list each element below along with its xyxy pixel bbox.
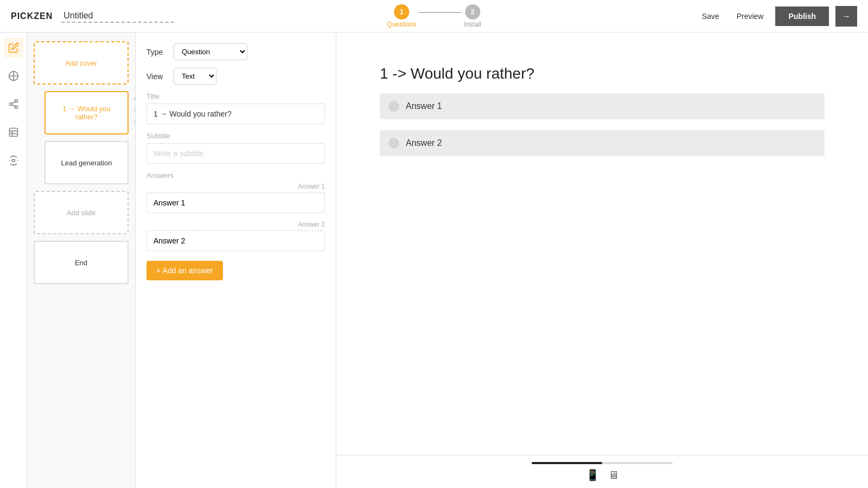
step-connector bbox=[418, 12, 462, 13]
slides-panel: Add cover 1 1 → Would you rather? ⚙ ✕ ⧉ … bbox=[27, 33, 136, 488]
slide-cover: Add cover bbox=[34, 41, 129, 85]
preview-answer-2[interactable]: Answer 2 bbox=[380, 130, 825, 156]
type-label: Type bbox=[146, 48, 168, 56]
logo: PICKZEN bbox=[11, 11, 53, 21]
preview-footer: 📱 🖥 bbox=[336, 455, 868, 488]
answers-label: Answers bbox=[146, 171, 325, 179]
header: PICKZEN 1 Questions 2 Install Save Previ… bbox=[0, 0, 868, 33]
title-field[interactable] bbox=[146, 104, 325, 124]
share-icon-button[interactable] bbox=[4, 94, 23, 114]
export-button[interactable]: → bbox=[835, 6, 857, 27]
title-input[interactable] bbox=[61, 10, 174, 23]
progress-bar-track bbox=[532, 462, 673, 464]
svg-point-9 bbox=[12, 159, 15, 162]
editor-panel: Type Question Lead generation End View T… bbox=[136, 33, 336, 488]
theme-icon-button[interactable] bbox=[4, 66, 23, 86]
slide-delete-button[interactable]: ✕ bbox=[131, 105, 136, 116]
answer-2-label: Answer 2 bbox=[146, 221, 325, 228]
add-cover-card[interactable]: Add cover bbox=[34, 41, 129, 85]
mobile-icon[interactable]: 📱 bbox=[586, 468, 599, 481]
end-slide-card[interactable]: End bbox=[34, 241, 129, 284]
desktop-icon[interactable]: 🖥 bbox=[608, 469, 619, 481]
preview-question-title: 1 -> Would you rather? bbox=[380, 65, 825, 82]
answer-2-wrapper: Answer 2 bbox=[146, 221, 325, 259]
icon-bar bbox=[0, 33, 27, 488]
add-slide-item: Add slide bbox=[34, 191, 129, 234]
radio-circle-1 bbox=[388, 101, 399, 112]
device-icons: 📱 🖥 bbox=[586, 468, 619, 481]
preview-button[interactable]: Preview bbox=[731, 9, 769, 24]
svg-line-3 bbox=[12, 105, 15, 106]
svg-point-2 bbox=[15, 106, 17, 108]
answer-2-input[interactable] bbox=[146, 230, 325, 251]
answers-section: Answers Answer 1 Answer 2 + Add an answe… bbox=[146, 171, 325, 280]
add-answer-button[interactable]: + Add an answer bbox=[146, 261, 223, 280]
slide-1-item: 1 1 → Would you rather? ⚙ ✕ ⧉ bbox=[34, 91, 129, 134]
answer-1-label: Answer 1 bbox=[146, 183, 325, 190]
answer-1-wrapper: Answer 1 bbox=[146, 183, 325, 221]
preview-panel: 1 -> Would you rather? Answer 1 Answer 2… bbox=[336, 33, 868, 488]
settings-icon-button[interactable] bbox=[4, 151, 23, 170]
slide-2-number: 2 bbox=[27, 159, 28, 166]
slide-2-card[interactable]: Lead generation bbox=[44, 141, 129, 184]
edit-icon-button[interactable] bbox=[4, 38, 23, 57]
slide-1-actions: ⚙ ✕ ⧉ bbox=[131, 93, 136, 128]
preview-answer-1[interactable]: Answer 1 bbox=[380, 93, 825, 119]
view-label: View bbox=[146, 72, 168, 81]
type-select[interactable]: Question Lead generation End bbox=[174, 43, 247, 60]
preview-answer-2-text: Answer 2 bbox=[406, 138, 442, 148]
title-section-label: Title bbox=[146, 92, 325, 100]
slide-copy-button[interactable]: ⧉ bbox=[131, 117, 136, 128]
step-2-circle: 2 bbox=[465, 4, 480, 20]
table-icon-button[interactable] bbox=[4, 123, 23, 142]
publish-button[interactable]: Publish bbox=[775, 7, 829, 26]
steps-nav: 1 Questions 2 Install bbox=[387, 4, 481, 28]
view-row: View Text Image Video bbox=[146, 68, 325, 85]
step-install[interactable]: 2 Install bbox=[464, 4, 481, 28]
subtitle-section-label: Subtitle bbox=[146, 132, 325, 140]
radio-circle-2 bbox=[388, 138, 399, 149]
preview-answer-1-text: Answer 1 bbox=[406, 101, 442, 111]
svg-rect-5 bbox=[9, 129, 17, 137]
subtitle-field[interactable] bbox=[146, 143, 325, 164]
end-slide-item: End bbox=[34, 241, 129, 284]
slide-2-item: 2 Lead generation bbox=[34, 141, 129, 184]
step-1-label: Questions bbox=[387, 21, 416, 28]
answer-1-input[interactable] bbox=[146, 192, 325, 213]
type-row: Type Question Lead generation End bbox=[146, 43, 325, 60]
preview-content: 1 -> Would you rather? Answer 1 Answer 2 bbox=[336, 33, 868, 455]
save-button[interactable]: Save bbox=[697, 9, 725, 24]
svg-point-1 bbox=[9, 103, 12, 106]
slide-settings-button[interactable]: ⚙ bbox=[131, 93, 136, 104]
subtitle-section: Subtitle bbox=[146, 132, 325, 164]
header-actions: Save Preview Publish → bbox=[697, 6, 857, 27]
slide-1-number: 1 bbox=[27, 109, 28, 117]
view-select[interactable]: Text Image Video bbox=[174, 68, 216, 85]
slide-1-card[interactable]: 1 → Would you rather? bbox=[44, 91, 129, 134]
step-questions[interactable]: 1 Questions bbox=[387, 4, 416, 28]
progress-bar-fill bbox=[532, 462, 602, 464]
svg-line-4 bbox=[12, 101, 15, 103]
step-1-circle: 1 bbox=[394, 4, 409, 20]
step-2-label: Install bbox=[464, 21, 481, 28]
svg-point-0 bbox=[15, 100, 17, 102]
title-section: Title bbox=[146, 92, 325, 124]
main-content: Add cover 1 1 → Would you rather? ⚙ ✕ ⧉ … bbox=[0, 33, 868, 488]
add-slide-card[interactable]: Add slide bbox=[34, 191, 129, 234]
